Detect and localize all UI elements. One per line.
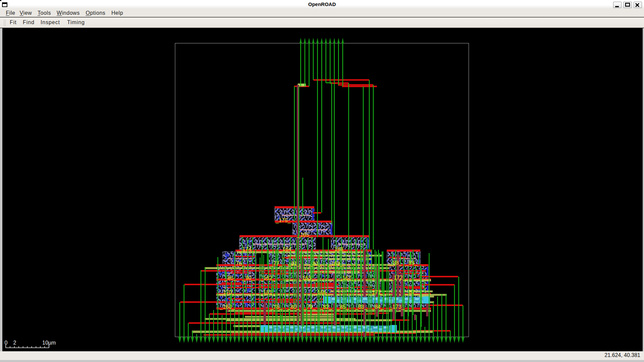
- svg-text:_174_: _174_: [239, 246, 255, 252]
- svg-text:_76_: _76_: [232, 261, 245, 267]
- svg-text:_90_: _90_: [242, 275, 255, 281]
- svg-text:_84_: _84_: [371, 304, 384, 310]
- svg-text:_78_: _78_: [270, 304, 283, 310]
- svg-text:_86_: _86_: [224, 275, 237, 281]
- svg-text:_168_: _168_: [331, 246, 347, 252]
- svg-text:_167_: _167_: [339, 275, 355, 281]
- svg-text:_162_: _162_: [260, 275, 276, 281]
- svg-text:_87_: _87_: [406, 289, 418, 295]
- svg-text:_85_: _85_: [336, 304, 349, 310]
- svg-text:_77_: _77_: [270, 261, 283, 267]
- svg-text:_163_: _163_: [299, 275, 315, 281]
- svg-text:_160_: _160_: [219, 304, 235, 310]
- svg-text:_83_: _83_: [355, 304, 368, 310]
- svg-text:_171_: _171_: [369, 290, 384, 296]
- svg-text:0: 0: [5, 340, 8, 346]
- svg-text:_89_: _89_: [405, 260, 418, 266]
- svg-text:_166_: _166_: [314, 290, 330, 296]
- svg-text:_169_: _169_: [328, 261, 343, 267]
- svg-text:_161_: _161_: [260, 290, 276, 296]
- svg-text:_82_: _82_: [320, 304, 332, 310]
- svg-text:_165_: _165_: [297, 232, 313, 238]
- svg-text:10µm: 10µm: [42, 340, 56, 346]
- svg-text:_173_: _173_: [389, 304, 405, 310]
- svg-text:_81_: _81_: [309, 261, 322, 267]
- svg-text:_80_: _80_: [287, 304, 300, 310]
- svg-text:_164_: _164_: [279, 246, 295, 252]
- svg-text:_175_: _175_: [275, 218, 291, 224]
- svg-text:2: 2: [13, 340, 16, 346]
- svg-text:_79_: _79_: [303, 304, 316, 310]
- svg-text:_88_: _88_: [389, 260, 402, 266]
- svg-text:_91_: _91_: [288, 261, 301, 267]
- svg-text:_170_: _170_: [220, 290, 235, 296]
- svg-text:_172_: _172_: [390, 275, 406, 281]
